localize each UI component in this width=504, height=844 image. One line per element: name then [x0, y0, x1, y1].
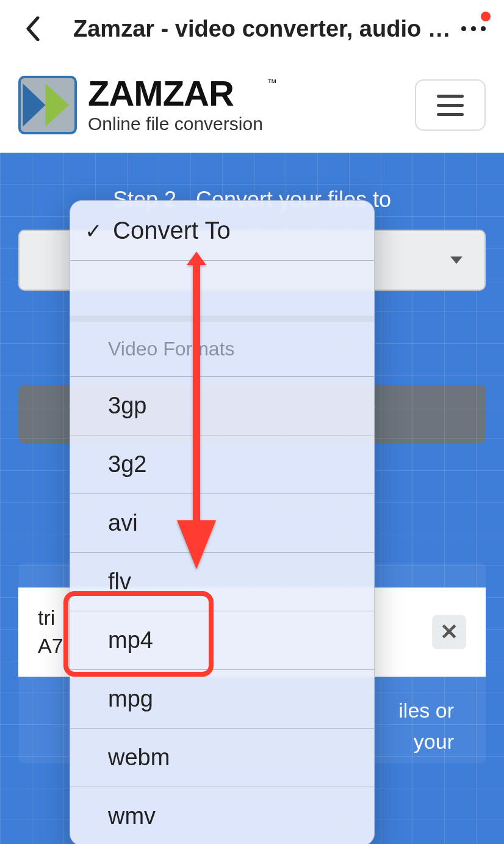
site-header: ZAMZAR™ Online file conversion [0, 57, 504, 153]
svg-marker-1 [45, 84, 69, 126]
more-menu-button[interactable] [456, 12, 491, 46]
notification-badge-icon [481, 12, 491, 21]
back-button[interactable] [18, 14, 48, 43]
browser-top-bar: Zamzar - video converter, audio con... [0, 0, 504, 57]
caret-down-icon [450, 256, 463, 264]
page-title: Zamzar - video converter, audio con... [73, 16, 456, 42]
checkmark-icon: ✓ [85, 219, 102, 243]
dropdown-selected-header[interactable]: ✓ Convert To [70, 201, 374, 261]
dropdown-option-3gp[interactable]: 3gp [70, 377, 374, 435]
dropdown-selected-label: Convert To [113, 217, 231, 244]
chevron-left-icon [24, 16, 41, 41]
file-name: triA7 [38, 604, 63, 660]
dropdown-spacer [70, 261, 374, 322]
logo[interactable]: ZAMZAR™ Online file conversion [18, 76, 263, 134]
dropdown-option-wmv[interactable]: wmv [70, 787, 374, 844]
more-horizontal-icon [461, 26, 486, 31]
dropdown-group-label: Video Formats [70, 322, 374, 377]
logo-brand-text: ZAMZAR™ [88, 76, 263, 111]
menu-button[interactable] [415, 79, 486, 131]
format-dropdown: ✓ Convert To Video Formats 3gp 3g2 avi f… [70, 200, 375, 844]
dropdown-option-avi[interactable]: avi [70, 494, 374, 553]
logo-tagline: Online file conversion [88, 114, 263, 134]
dropdown-option-mpg[interactable]: mpg [70, 670, 374, 729]
logo-icon [18, 76, 77, 134]
dropdown-option-webm[interactable]: webm [70, 729, 374, 787]
svg-marker-0 [23, 84, 46, 126]
hamburger-icon [437, 95, 464, 98]
remove-file-button[interactable]: ✕ [432, 615, 466, 649]
close-icon: ✕ [440, 619, 458, 645]
dropdown-option-3g2[interactable]: 3g2 [70, 435, 374, 494]
dropdown-option-mp4[interactable]: mp4 [70, 611, 374, 670]
dropdown-option-flv[interactable]: flv [70, 553, 374, 611]
